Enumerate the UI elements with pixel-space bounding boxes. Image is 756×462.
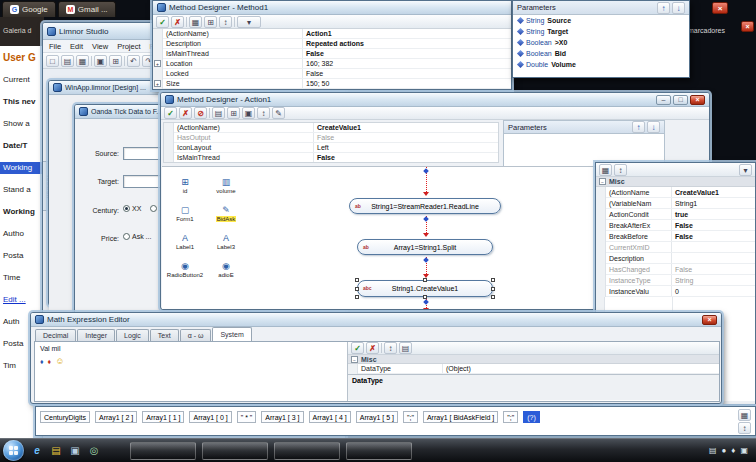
toolbar-icon[interactable]: ✓ <box>351 342 364 354</box>
taskbar-window-button[interactable] <box>346 442 412 460</box>
component-item[interactable]: ▥ volume <box>206 172 246 199</box>
selection-handle[interactable] <box>423 278 427 282</box>
property-value[interactable]: 160; 382 <box>303 59 511 68</box>
math-tab[interactable]: α - ω <box>180 329 212 341</box>
toolbar-icon[interactable]: ▦ <box>76 55 89 67</box>
method1-titlebar[interactable]: Method Designer - Method1 <box>153 1 511 15</box>
toolbar-icon[interactable]: ✗ <box>171 16 184 28</box>
expression-token[interactable]: Array1 [ 5 ] <box>356 411 398 423</box>
property-row[interactable]: DataType (Object) <box>348 364 719 374</box>
grid-view-icon[interactable]: ↕ <box>614 164 627 176</box>
connector-diamond-icon[interactable] <box>423 299 429 305</box>
property-row[interactable]: + BreakBefore False <box>596 231 755 242</box>
math-tab[interactable]: Text <box>150 329 179 341</box>
connector-diamond-icon[interactable] <box>423 216 429 222</box>
property-value[interactable]: Left <box>314 143 498 152</box>
toolbar-icon[interactable]: ✓ <box>164 107 177 119</box>
connector-diamond-icon[interactable] <box>423 168 429 174</box>
selection-handle[interactable] <box>355 287 359 291</box>
properties-category-row[interactable]: − Misc <box>596 177 755 187</box>
property-value[interactable]: String1 <box>672 198 755 208</box>
parameter-item[interactable]: String Target <box>513 26 689 37</box>
expression-token[interactable]: Array1 [ 4 ] <box>309 411 351 423</box>
expression-token[interactable]: Array1 [ 2 ] <box>95 411 137 423</box>
expression-element-icon[interactable]: ♦ <box>40 357 44 366</box>
component-item[interactable]: ✎ BidAsk <box>206 200 246 227</box>
menu-item[interactable]: File <box>49 42 61 51</box>
property-value[interactable] <box>672 242 755 252</box>
expression-token[interactable]: ";" <box>503 411 518 423</box>
background-window-close-icon[interactable]: × <box>741 21 754 32</box>
property-row[interactable]: + InstanceType String <box>596 275 755 286</box>
parameter-item[interactable]: Boolean Bid <box>513 48 689 59</box>
selection-handle[interactable] <box>355 295 359 299</box>
math-tab[interactable]: Integer <box>77 329 115 341</box>
toolbar-icon[interactable]: ▣ <box>94 55 107 67</box>
maximize-icon[interactable]: □ <box>673 95 688 105</box>
property-row[interactable]: + Description Repeated actions <box>153 39 511 49</box>
component-item[interactable]: ▢ Form1 <box>165 200 205 227</box>
property-row[interactable]: + (ActionName CreateValue1 <box>596 187 755 198</box>
radio-icon[interactable] <box>150 205 157 212</box>
expression-token[interactable]: " * " <box>237 411 257 423</box>
start-button[interactable] <box>3 440 24 461</box>
selection-handle[interactable] <box>491 278 495 282</box>
toolbar-icon[interactable] <box>91 56 92 66</box>
grid-view-icon[interactable]: ↕ <box>738 422 751 434</box>
expander-icon[interactable]: + <box>154 80 161 87</box>
property-row[interactable]: + Location 160; 382 <box>153 59 511 69</box>
expression-token[interactable]: CenturyDigits <box>40 411 90 423</box>
toolbar-icon[interactable] <box>186 17 187 27</box>
property-value[interactable]: Action1 <box>303 29 511 38</box>
background-window-close-icon[interactable]: × <box>712 2 728 14</box>
menu-item[interactable]: View <box>92 42 108 51</box>
property-value[interactable]: False <box>672 231 755 241</box>
selection-handle[interactable] <box>491 295 495 299</box>
math-tab[interactable]: Logic <box>116 329 149 341</box>
property-row[interactable]: + HasChanged False <box>596 264 755 275</box>
toolbar-icon[interactable] <box>124 56 125 66</box>
flow-node[interactable]: ab Array1=String1.Split <box>357 239 493 255</box>
toolbar-icon[interactable]: ↕ <box>219 16 232 28</box>
close-icon[interactable]: × <box>702 315 717 325</box>
toolbar-icon[interactable]: ▣ <box>242 107 255 119</box>
toolbar-icon[interactable]: ⊘ <box>194 107 207 119</box>
toolbar-icon[interactable]: □ <box>46 55 59 67</box>
toolbar-icon[interactable]: ⊞ <box>227 107 240 119</box>
property-row[interactable]: + (VariableNam String1 <box>596 198 755 209</box>
property-value[interactable]: Repeated actions <box>303 39 511 48</box>
expression-token[interactable]: Array1 [ 1 ] <box>142 411 184 423</box>
property-value[interactable]: (Object) <box>443 364 719 373</box>
property-row[interactable]: + (ActionName) CreateValue1 <box>164 123 498 133</box>
expression-element-icon[interactable]: ☺ <box>55 357 64 366</box>
tray-icon[interactable]: ● <box>722 445 727 456</box>
minimize-icon[interactable]: – <box>656 95 671 105</box>
property-row[interactable]: + HasOutput False <box>164 133 498 143</box>
century-radio-option[interactable]: XX <box>123 205 141 212</box>
component-item[interactable]: ◉ adioE <box>206 256 246 283</box>
toolbar-icon[interactable]: ✓ <box>156 16 169 28</box>
menu-item[interactable]: Project <box>117 42 140 51</box>
quick-launch-icon[interactable]: ▣ <box>68 444 82 458</box>
property-row[interactable]: + BreakAfterEx False <box>596 220 755 231</box>
radio-icon[interactable] <box>123 205 130 212</box>
component-item[interactable]: A Label1 <box>165 228 205 255</box>
toolbar-icon[interactable] <box>381 343 382 353</box>
expression-element-icon[interactable]: ♦ <box>48 357 52 366</box>
move-arrow-icon[interactable]: ↑ <box>657 2 670 14</box>
toolbar-icon[interactable]: ⊞ <box>109 55 122 67</box>
expression-tokens[interactable]: CenturyDigits Array1 [ 2 ] Array1 [ 1 ] … <box>40 411 720 423</box>
math-titlebar[interactable]: Math Expression Editor × <box>31 313 721 327</box>
property-row[interactable]: + InstanceValu 0 <box>596 286 755 297</box>
toolbar-icon[interactable]: ▤ <box>212 107 225 119</box>
expression-token[interactable]: Array1 [ BidAskField ] <box>423 411 498 423</box>
selection-handle[interactable] <box>491 287 495 291</box>
tray-icon[interactable]: ▤ <box>709 445 717 456</box>
math-tab[interactable]: System <box>212 327 251 341</box>
selection-handle[interactable] <box>423 295 427 299</box>
selection-handle[interactable] <box>355 278 359 282</box>
parameter-item[interactable]: String Source <box>513 15 689 26</box>
move-arrow-icon[interactable]: ↓ <box>647 121 660 133</box>
toolbar-icon[interactable]: ✎ <box>272 107 285 119</box>
property-row[interactable]: + Size 150; 50 <box>153 79 511 89</box>
